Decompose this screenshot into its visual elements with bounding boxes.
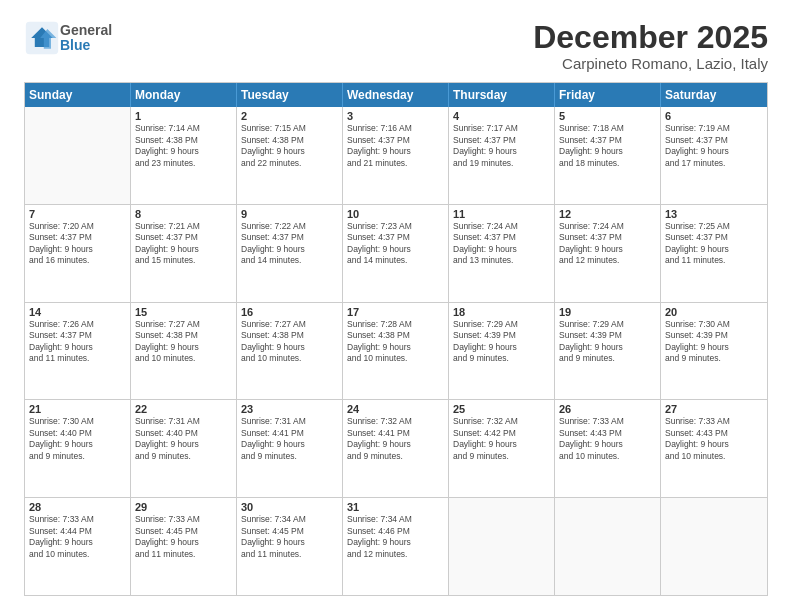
day-info: Sunrise: 7:32 AMSunset: 4:41 PMDaylight:…: [347, 416, 444, 462]
calendar-cell-5-5: [449, 498, 555, 595]
calendar-cell-3-7: 20Sunrise: 7:30 AMSunset: 4:39 PMDayligh…: [661, 303, 767, 400]
logo-text: General Blue: [60, 23, 112, 54]
day-number: 18: [453, 306, 550, 318]
calendar-cell-2-1: 7Sunrise: 7:20 AMSunset: 4:37 PMDaylight…: [25, 205, 131, 302]
header-day-sunday: Sunday: [25, 83, 131, 107]
calendar-cell-1-6: 5Sunrise: 7:18 AMSunset: 4:37 PMDaylight…: [555, 107, 661, 204]
day-number: 21: [29, 403, 126, 415]
day-number: 1: [135, 110, 232, 122]
logo-blue: Blue: [60, 38, 112, 53]
day-number: 6: [665, 110, 763, 122]
calendar-cell-5-3: 30Sunrise: 7:34 AMSunset: 4:45 PMDayligh…: [237, 498, 343, 595]
calendar-cell-5-7: [661, 498, 767, 595]
day-info: Sunrise: 7:16 AMSunset: 4:37 PMDaylight:…: [347, 123, 444, 169]
calendar-cell-4-5: 25Sunrise: 7:32 AMSunset: 4:42 PMDayligh…: [449, 400, 555, 497]
calendar-cell-1-3: 2Sunrise: 7:15 AMSunset: 4:38 PMDaylight…: [237, 107, 343, 204]
calendar-header: SundayMondayTuesdayWednesdayThursdayFrid…: [25, 83, 767, 107]
day-info: Sunrise: 7:29 AMSunset: 4:39 PMDaylight:…: [559, 319, 656, 365]
calendar-cell-1-4: 3Sunrise: 7:16 AMSunset: 4:37 PMDaylight…: [343, 107, 449, 204]
day-number: 27: [665, 403, 763, 415]
calendar-cell-5-4: 31Sunrise: 7:34 AMSunset: 4:46 PMDayligh…: [343, 498, 449, 595]
day-info: Sunrise: 7:27 AMSunset: 4:38 PMDaylight:…: [241, 319, 338, 365]
calendar-cell-1-5: 4Sunrise: 7:17 AMSunset: 4:37 PMDaylight…: [449, 107, 555, 204]
day-number: 30: [241, 501, 338, 513]
day-number: 17: [347, 306, 444, 318]
calendar-cell-2-4: 10Sunrise: 7:23 AMSunset: 4:37 PMDayligh…: [343, 205, 449, 302]
day-number: 4: [453, 110, 550, 122]
calendar-cell-4-4: 24Sunrise: 7:32 AMSunset: 4:41 PMDayligh…: [343, 400, 449, 497]
day-info: Sunrise: 7:27 AMSunset: 4:38 PMDaylight:…: [135, 319, 232, 365]
page: General Blue December 2025 Carpineto Rom…: [0, 0, 792, 612]
logo: General Blue: [24, 20, 112, 56]
day-number: 31: [347, 501, 444, 513]
day-number: 7: [29, 208, 126, 220]
day-number: 3: [347, 110, 444, 122]
day-info: Sunrise: 7:30 AMSunset: 4:40 PMDaylight:…: [29, 416, 126, 462]
calendar-cell-2-7: 13Sunrise: 7:25 AMSunset: 4:37 PMDayligh…: [661, 205, 767, 302]
day-info: Sunrise: 7:18 AMSunset: 4:37 PMDaylight:…: [559, 123, 656, 169]
day-number: 8: [135, 208, 232, 220]
day-info: Sunrise: 7:33 AMSunset: 4:43 PMDaylight:…: [559, 416, 656, 462]
day-number: 14: [29, 306, 126, 318]
day-number: 9: [241, 208, 338, 220]
day-info: Sunrise: 7:23 AMSunset: 4:37 PMDaylight:…: [347, 221, 444, 267]
day-info: Sunrise: 7:21 AMSunset: 4:37 PMDaylight:…: [135, 221, 232, 267]
header: General Blue December 2025 Carpineto Rom…: [24, 20, 768, 72]
title-block: December 2025 Carpineto Romano, Lazio, I…: [533, 20, 768, 72]
day-info: Sunrise: 7:17 AMSunset: 4:37 PMDaylight:…: [453, 123, 550, 169]
day-number: 2: [241, 110, 338, 122]
day-number: 10: [347, 208, 444, 220]
logo-general: General: [60, 23, 112, 38]
day-info: Sunrise: 7:34 AMSunset: 4:46 PMDaylight:…: [347, 514, 444, 560]
calendar-cell-1-7: 6Sunrise: 7:19 AMSunset: 4:37 PMDaylight…: [661, 107, 767, 204]
calendar-week-3: 14Sunrise: 7:26 AMSunset: 4:37 PMDayligh…: [25, 303, 767, 401]
calendar-cell-2-6: 12Sunrise: 7:24 AMSunset: 4:37 PMDayligh…: [555, 205, 661, 302]
header-day-wednesday: Wednesday: [343, 83, 449, 107]
day-number: 5: [559, 110, 656, 122]
header-day-monday: Monday: [131, 83, 237, 107]
day-number: 12: [559, 208, 656, 220]
day-info: Sunrise: 7:33 AMSunset: 4:44 PMDaylight:…: [29, 514, 126, 560]
day-info: Sunrise: 7:22 AMSunset: 4:37 PMDaylight:…: [241, 221, 338, 267]
calendar-cell-3-6: 19Sunrise: 7:29 AMSunset: 4:39 PMDayligh…: [555, 303, 661, 400]
month-year-title: December 2025: [533, 20, 768, 55]
day-info: Sunrise: 7:25 AMSunset: 4:37 PMDaylight:…: [665, 221, 763, 267]
calendar-cell-4-6: 26Sunrise: 7:33 AMSunset: 4:43 PMDayligh…: [555, 400, 661, 497]
calendar-cell-5-6: [555, 498, 661, 595]
day-number: 29: [135, 501, 232, 513]
calendar-cell-2-3: 9Sunrise: 7:22 AMSunset: 4:37 PMDaylight…: [237, 205, 343, 302]
day-info: Sunrise: 7:31 AMSunset: 4:40 PMDaylight:…: [135, 416, 232, 462]
header-day-thursday: Thursday: [449, 83, 555, 107]
day-info: Sunrise: 7:20 AMSunset: 4:37 PMDaylight:…: [29, 221, 126, 267]
day-number: 20: [665, 306, 763, 318]
day-info: Sunrise: 7:26 AMSunset: 4:37 PMDaylight:…: [29, 319, 126, 365]
day-number: 23: [241, 403, 338, 415]
day-info: Sunrise: 7:15 AMSunset: 4:38 PMDaylight:…: [241, 123, 338, 169]
day-number: 19: [559, 306, 656, 318]
calendar-cell-3-3: 16Sunrise: 7:27 AMSunset: 4:38 PMDayligh…: [237, 303, 343, 400]
calendar-cell-3-4: 17Sunrise: 7:28 AMSunset: 4:38 PMDayligh…: [343, 303, 449, 400]
day-info: Sunrise: 7:30 AMSunset: 4:39 PMDaylight:…: [665, 319, 763, 365]
day-number: 15: [135, 306, 232, 318]
calendar-cell-3-5: 18Sunrise: 7:29 AMSunset: 4:39 PMDayligh…: [449, 303, 555, 400]
day-info: Sunrise: 7:33 AMSunset: 4:45 PMDaylight:…: [135, 514, 232, 560]
calendar-week-2: 7Sunrise: 7:20 AMSunset: 4:37 PMDaylight…: [25, 205, 767, 303]
calendar-cell-4-7: 27Sunrise: 7:33 AMSunset: 4:43 PMDayligh…: [661, 400, 767, 497]
calendar-week-4: 21Sunrise: 7:30 AMSunset: 4:40 PMDayligh…: [25, 400, 767, 498]
calendar-cell-5-2: 29Sunrise: 7:33 AMSunset: 4:45 PMDayligh…: [131, 498, 237, 595]
header-day-saturday: Saturday: [661, 83, 767, 107]
day-info: Sunrise: 7:29 AMSunset: 4:39 PMDaylight:…: [453, 319, 550, 365]
day-info: Sunrise: 7:28 AMSunset: 4:38 PMDaylight:…: [347, 319, 444, 365]
calendar-cell-3-1: 14Sunrise: 7:26 AMSunset: 4:37 PMDayligh…: [25, 303, 131, 400]
calendar-cell-1-1: [25, 107, 131, 204]
location-subtitle: Carpineto Romano, Lazio, Italy: [533, 55, 768, 72]
day-info: Sunrise: 7:34 AMSunset: 4:45 PMDaylight:…: [241, 514, 338, 560]
day-info: Sunrise: 7:31 AMSunset: 4:41 PMDaylight:…: [241, 416, 338, 462]
day-info: Sunrise: 7:24 AMSunset: 4:37 PMDaylight:…: [453, 221, 550, 267]
calendar-cell-4-2: 22Sunrise: 7:31 AMSunset: 4:40 PMDayligh…: [131, 400, 237, 497]
day-number: 24: [347, 403, 444, 415]
day-number: 13: [665, 208, 763, 220]
day-info: Sunrise: 7:33 AMSunset: 4:43 PMDaylight:…: [665, 416, 763, 462]
day-number: 26: [559, 403, 656, 415]
calendar-cell-1-2: 1Sunrise: 7:14 AMSunset: 4:38 PMDaylight…: [131, 107, 237, 204]
